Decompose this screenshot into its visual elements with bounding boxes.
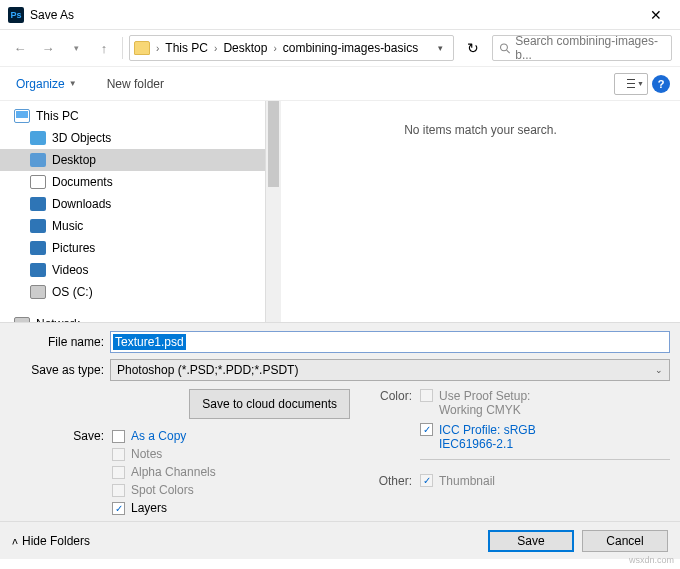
search-icon — [499, 42, 511, 55]
color-options-label: Color: — [370, 389, 420, 468]
search-placeholder: Search combining-images-b... — [515, 34, 665, 62]
pc-icon — [14, 109, 30, 123]
back-button[interactable]: ← — [8, 36, 32, 60]
save-as-type-select[interactable]: Photoshop (*.PSD;*.PDD;*.PSDT) ⌄ — [110, 359, 670, 381]
empty-message: No items match your search. — [404, 123, 557, 137]
chevron-right-icon[interactable]: › — [271, 43, 278, 54]
checkbox-proof-setup[interactable] — [420, 389, 433, 402]
folder-icon — [134, 41, 150, 55]
chevron-down-icon: ▼ — [69, 79, 77, 88]
view-options-button[interactable]: ▼ — [614, 73, 648, 95]
folder-icon — [30, 263, 46, 277]
breadcrumb-item[interactable]: combining-images-basics — [279, 41, 422, 55]
breadcrumb-item[interactable]: This PC — [161, 41, 212, 55]
folder-icon — [30, 285, 46, 299]
checkbox-as-a-copy[interactable]: As a Copy — [112, 429, 216, 443]
breadcrumb-dropdown[interactable]: ▾ — [432, 43, 449, 53]
tree-item[interactable]: Pictures — [0, 237, 265, 259]
chevron-down-icon: ⌄ — [655, 365, 663, 375]
organize-button[interactable]: Organize ▼ — [10, 73, 83, 95]
tree-item-this-pc[interactable]: This PC — [0, 105, 265, 127]
tree-item[interactable]: Music — [0, 215, 265, 237]
svg-point-0 — [501, 43, 508, 50]
chevron-right-icon[interactable]: › — [154, 43, 161, 54]
checkbox-thumbnail[interactable]: ✓ — [420, 474, 433, 487]
breadcrumb-bar[interactable]: › This PC › Desktop › combining-images-b… — [129, 35, 454, 61]
tree-item[interactable]: Documents — [0, 171, 265, 193]
folder-icon — [30, 131, 46, 145]
new-folder-button[interactable]: New folder — [101, 73, 170, 95]
tree-item[interactable]: Downloads — [0, 193, 265, 215]
tree-item[interactable]: OS (C:) — [0, 281, 265, 303]
chevron-right-icon[interactable]: › — [212, 43, 219, 54]
folder-tree[interactable]: This PC 3D ObjectsDesktopDocumentsDownlo… — [0, 101, 265, 322]
tree-item-network[interactable]: Network — [0, 313, 265, 322]
checkbox-alpha-channels[interactable]: Alpha Channels — [112, 465, 216, 479]
folder-icon — [30, 241, 46, 255]
chevron-up-icon: ʌ — [12, 535, 18, 546]
checkbox-notes[interactable]: Notes — [112, 447, 216, 461]
folder-icon — [30, 153, 46, 167]
search-input[interactable]: Search combining-images-b... — [492, 35, 672, 61]
folder-icon — [30, 175, 46, 189]
recent-dropdown[interactable]: ▾ — [64, 36, 88, 60]
cancel-button[interactable]: Cancel — [582, 530, 668, 552]
checkbox-layers[interactable]: ✓Layers — [112, 501, 216, 515]
network-icon — [14, 317, 30, 322]
refresh-button[interactable]: ↻ — [458, 35, 488, 61]
save-options-label: Save: — [10, 429, 112, 515]
hide-folders-button[interactable]: ʌ Hide Folders — [12, 534, 90, 548]
folder-icon — [30, 219, 46, 233]
app-icon: Ps — [8, 7, 24, 23]
type-label: Save as type: — [10, 363, 110, 377]
forward-button[interactable]: → — [36, 36, 60, 60]
checkbox-spot-colors[interactable]: Spot Colors — [112, 483, 216, 497]
tree-item[interactable]: Videos — [0, 259, 265, 281]
svg-line-1 — [507, 50, 510, 53]
folder-icon — [30, 197, 46, 211]
window-title: Save As — [30, 8, 636, 22]
watermark: wsxdn.com — [629, 555, 674, 565]
save-to-cloud-button[interactable]: Save to cloud documents — [189, 389, 350, 419]
filename-label: File name: — [10, 335, 110, 349]
close-button[interactable]: ✕ — [636, 1, 676, 29]
file-listing: No items match your search. — [281, 101, 680, 322]
tree-item[interactable]: Desktop — [0, 149, 265, 171]
help-button[interactable]: ? — [652, 75, 670, 93]
checkbox-icc-profile[interactable]: ✓ — [420, 423, 433, 436]
filename-input[interactable]: Texture1.psd — [110, 331, 670, 353]
breadcrumb-item[interactable]: Desktop — [219, 41, 271, 55]
save-button[interactable]: Save — [488, 530, 574, 552]
up-button[interactable]: ↑ — [92, 36, 116, 60]
tree-scrollbar[interactable] — [265, 101, 281, 322]
tree-item[interactable]: 3D Objects — [0, 127, 265, 149]
other-options-label: Other: — [370, 474, 420, 488]
